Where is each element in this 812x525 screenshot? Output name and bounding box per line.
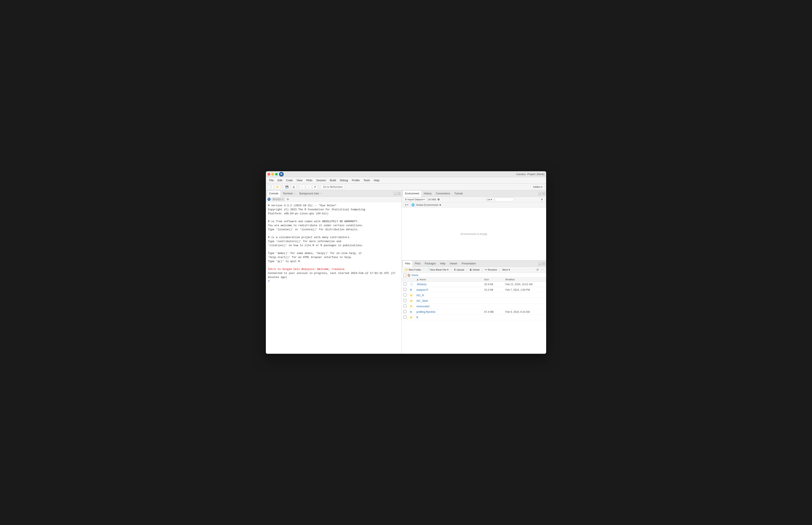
row-name-cell[interactable]: R <box>415 315 483 320</box>
menu-debug[interactable]: Debug <box>338 178 350 182</box>
console-panel-tabs: Console Terminal × Background Jobs × _ □ <box>266 190 401 197</box>
main-layout: Console Terminal × Background Jobs × _ □ <box>266 190 546 354</box>
console-options-btn[interactable]: ⚙ <box>287 198 289 201</box>
maximize-button[interactable] <box>275 173 278 176</box>
more-btn[interactable]: More ▾ <box>501 268 512 272</box>
print-btn[interactable]: 🖨 <box>291 185 296 189</box>
delete-icon: 🗑 <box>470 268 472 271</box>
col-checkbox <box>402 278 408 282</box>
terminal-close-icon[interactable]: × <box>294 192 295 195</box>
file-checkbox[interactable] <box>403 299 407 302</box>
menu-build[interactable]: Build <box>328 178 338 182</box>
tab-help[interactable]: Help <box>438 260 448 267</box>
tab-terminal[interactable]: Terminal × <box>281 190 297 197</box>
col-name-header[interactable]: ▲ Name <box>415 278 483 282</box>
close-button[interactable] <box>268 173 270 176</box>
files-sep-5 <box>500 268 500 271</box>
file-checkbox[interactable] <box>403 283 407 285</box>
env-search-input[interactable] <box>495 198 514 201</box>
tab-presentation[interactable]: Presentation <box>459 260 478 267</box>
tab-packages[interactable]: Packages <box>423 260 438 267</box>
expand-files-btn[interactable]: □ <box>542 262 545 265</box>
save-btn[interactable]: 💾 <box>284 185 290 189</box>
row-size-cell <box>483 304 504 309</box>
file-checkbox[interactable] <box>403 304 407 308</box>
menu-profile[interactable]: Profile <box>350 178 361 182</box>
tab-console[interactable]: Console <box>267 190 281 197</box>
menu-plots[interactable]: Plots <box>305 178 314 182</box>
menu-code[interactable]: Code <box>284 178 294 182</box>
table-row: ⚙ profiling.Rprofvis 87.4 MB Feb 9, 2024… <box>402 309 546 315</box>
tab-tutorial[interactable]: Tutorial <box>452 190 465 197</box>
tab-connections[interactable]: Connections <box>434 190 452 197</box>
row-name-cell[interactable]: analysis.R <box>415 287 483 292</box>
new-folder-btn[interactable]: 📁 New Folder <box>403 268 423 272</box>
tab-viewer[interactable]: Viewer <box>447 260 459 267</box>
console-message: Intro to Single Cell Analysis: Welcome, … <box>268 268 344 271</box>
files-refresh-btn[interactable]: ↺ <box>535 268 540 272</box>
files-extra-btn[interactable]: ⋯ <box>540 268 544 272</box>
delete-btn[interactable]: 🗑 Delete <box>468 268 482 271</box>
file-checkbox[interactable] <box>403 316 407 318</box>
presentation-tab-label: Presentation <box>462 262 476 265</box>
console-body[interactable]: R version 4.3.2 (2023-10-31) -- "Eye Hol… <box>266 202 401 354</box>
menu-tools[interactable]: Tools <box>362 178 372 182</box>
back-btn[interactable]: ← <box>300 185 305 189</box>
addins-btn[interactable]: Addins ▾ <box>531 185 544 189</box>
expand-left-btn[interactable]: □ <box>397 192 401 195</box>
upload-btn[interactable]: ⬆ Upload <box>452 268 466 272</box>
right-panel: Environment History Connections Tutorial… <box>402 190 546 354</box>
row-checkbox-cell <box>402 287 408 292</box>
row-name-cell[interactable]: .Rhistory <box>415 282 483 287</box>
forward-btn[interactable]: → <box>306 185 311 189</box>
tab-history[interactable]: History <box>422 190 433 197</box>
env-options-btn[interactable]: ⚙ <box>540 198 544 201</box>
rstudio-window: R rcavalca Project: (None) File Edit Cod… <box>266 171 546 354</box>
tab-environment[interactable]: Environment <box>403 190 422 197</box>
row-modified-cell: Feb 9, 2024, 6:33 AM <box>504 309 546 315</box>
tab-files[interactable]: Files <box>403 260 413 267</box>
globe-icon: 🌐 <box>411 203 415 207</box>
menu-edit[interactable]: Edit <box>276 178 284 182</box>
viewer-tab-label: Viewer <box>449 262 457 265</box>
main-toolbar: 📄 📁 💾 🖨 ← → ↺ Go to file/function Addins… <box>266 183 546 190</box>
new-blank-file-btn[interactable]: 📄 New Blank File ▾ <box>425 268 450 272</box>
file-checkbox[interactable] <box>403 294 407 297</box>
col-modified-header[interactable]: Modified <box>504 278 546 282</box>
col-size-header[interactable]: Size <box>483 278 504 282</box>
open-btn[interactable]: 📁 <box>275 185 281 189</box>
select-all-checkbox[interactable] <box>403 274 407 277</box>
console-cursor[interactable] <box>271 280 273 283</box>
bg-jobs-tab-label: Background Jobs <box>299 192 319 195</box>
menu-session[interactable]: Session <box>314 178 328 182</box>
import-dataset-btn[interactable]: ⬇ Import Dataset ▾ <box>403 198 426 201</box>
row-size-cell <box>483 292 504 298</box>
rename-btn[interactable]: ✏ Rename <box>483 268 499 272</box>
collapse-left-btn[interactable]: _ <box>394 192 397 195</box>
row-name-cell[interactable]: miniconda3 <box>415 304 483 309</box>
collapse-files-btn[interactable]: _ <box>538 262 542 265</box>
row-name-cell[interactable]: profiling.Rprofvis <box>415 309 483 315</box>
row-name-cell[interactable]: ISC_R <box>415 292 483 298</box>
menu-file[interactable]: File <box>268 178 276 182</box>
breadcrumb-home[interactable]: Home <box>412 274 418 277</box>
tab-plots[interactable]: Plots <box>413 260 423 267</box>
menu-help[interactable]: Help <box>372 178 381 182</box>
file-checkbox[interactable] <box>403 288 407 291</box>
tutorial-tab-label: Tutorial <box>454 192 463 195</box>
row-name-cell[interactable]: ISC_Shell <box>415 298 483 304</box>
tab-background-jobs[interactable]: Background Jobs × <box>297 190 324 197</box>
menu-view[interactable]: View <box>295 178 304 182</box>
minimize-button[interactable] <box>271 173 274 176</box>
go-to-file-btn[interactable]: Go to file/function <box>321 185 345 189</box>
new-file-btn[interactable]: 📄 <box>268 185 274 189</box>
file-checkbox[interactable] <box>403 310 407 313</box>
collapse-env-btn[interactable]: _ <box>538 192 542 195</box>
list-view-btn[interactable]: List ▾ <box>485 198 494 201</box>
expand-env-btn[interactable]: □ <box>542 192 545 195</box>
memory-usage: 143 MiB <box>427 198 436 201</box>
r-env-btn[interactable]: R ▾ <box>403 203 410 207</box>
reload-btn[interactable]: ↺ <box>312 185 318 189</box>
row-icon-cell: ⚙ <box>408 309 415 315</box>
bg-jobs-close-icon[interactable]: × <box>321 192 322 195</box>
